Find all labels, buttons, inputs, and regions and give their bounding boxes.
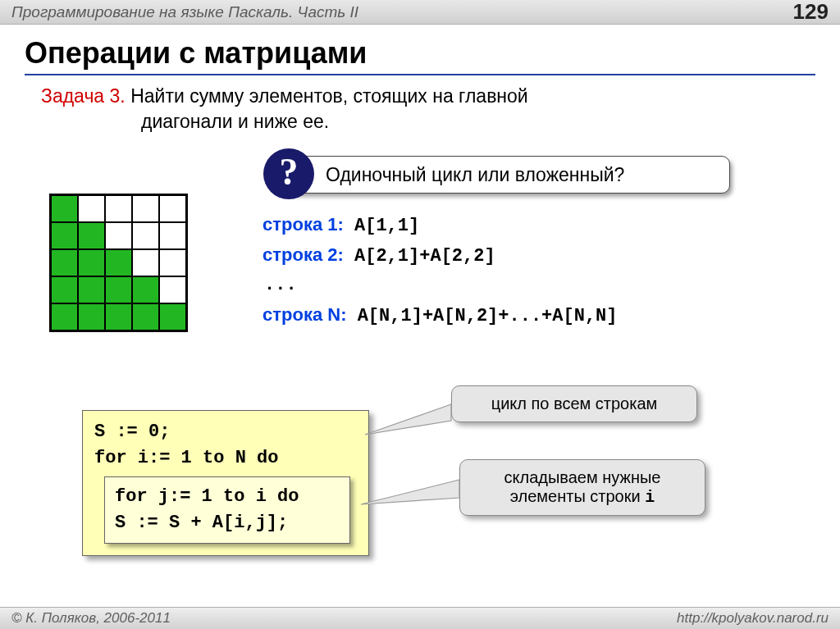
row-dots: ...	[264, 271, 618, 299]
matrix-cell	[78, 276, 105, 303]
matrix-cell	[51, 303, 78, 330]
matrix-cell	[51, 195, 78, 222]
code-line4: S := S + A[i,j];	[115, 510, 340, 536]
task-label: Задача 3.	[41, 85, 126, 107]
matrix-cell	[78, 249, 105, 276]
code-block: S := 0; for i:= 1 to N do for j:= 1 to i…	[82, 410, 369, 556]
matrix-cell	[159, 303, 186, 330]
matrix-cell	[159, 249, 186, 276]
task-line1: Найти сумму элементов, стоящих на главно…	[126, 85, 528, 107]
matrix-cell	[105, 249, 132, 276]
code-outer: S := 0; for i:= 1 to N do for j:= 1 to i…	[82, 410, 369, 556]
matrix-cell	[105, 303, 132, 330]
rowN-code: A[N,1]+A[N,2]+...+A[N,N]	[346, 306, 617, 326]
matrix-cell	[105, 195, 132, 222]
annotation-1: цикл по всем строкам	[451, 385, 697, 422]
svg-marker-0	[365, 404, 451, 435]
header-bar: Программирование на языке Паскаль. Часть…	[0, 0, 840, 25]
code-line1: S := 0;	[94, 419, 357, 445]
slide-title: Операции с матрицами	[25, 36, 815, 71]
footer-bar: © К. Поляков, 2006-2011 http://kpolyakov…	[0, 607, 840, 629]
footer-copyright: © К. Поляков, 2006-2011	[11, 610, 171, 627]
header-title: Программирование на языке Паскаль. Часть…	[11, 3, 358, 21]
footer-url: http://kpolyakov.narod.ru	[677, 610, 829, 627]
row2-label: строка 2:	[262, 244, 344, 265]
matrix-cell	[105, 222, 132, 249]
row2-code: A[2,1]+A[2,2]	[344, 246, 495, 267]
matrix-cell	[51, 249, 78, 276]
question-icon: ?	[263, 148, 314, 199]
row1-code: A[1,1]	[344, 216, 419, 236]
matrix-cell	[78, 195, 105, 222]
callout-box: ? Одиночный цикл или вложенный?	[287, 156, 730, 194]
matrix-cell	[78, 222, 105, 249]
rowN-label: строка N:	[262, 304, 346, 325]
rows-block: строка 1: A[1,1] строка 2: A[2,1]+A[2,2]…	[262, 210, 618, 330]
code-line3: for j:= 1 to i do	[115, 484, 340, 510]
code-inner: for j:= 1 to i do S := S + A[i,j];	[104, 476, 350, 544]
task-text: Задача 3. Найти сумму элементов, стоящих…	[41, 84, 799, 134]
matrix-grid	[49, 194, 188, 332]
task-line2: диагонали и ниже ее.	[141, 111, 329, 132]
matrix-cell	[132, 222, 159, 249]
matrix-cell	[132, 249, 159, 276]
row1-label: строка 1:	[262, 214, 344, 235]
svg-marker-1	[361, 480, 459, 504]
matrix-cell	[51, 276, 78, 303]
code-line2: for i:= 1 to N do	[94, 445, 357, 472]
matrix-cell	[51, 222, 78, 249]
callout-text: Одиночный цикл или вложенный?	[326, 164, 624, 186]
page-number: 129	[793, 0, 829, 25]
matrix-cell	[132, 303, 159, 330]
matrix-cell	[159, 276, 186, 303]
matrix-cell	[159, 195, 186, 222]
annotation-2: складываем нужные элементы строки i	[459, 459, 705, 516]
matrix-cell	[105, 276, 132, 303]
matrix-cell	[78, 303, 105, 330]
matrix-cell	[132, 276, 159, 303]
matrix-cell	[132, 195, 159, 222]
matrix-cell	[159, 222, 186, 249]
title-rule	[25, 74, 815, 75]
